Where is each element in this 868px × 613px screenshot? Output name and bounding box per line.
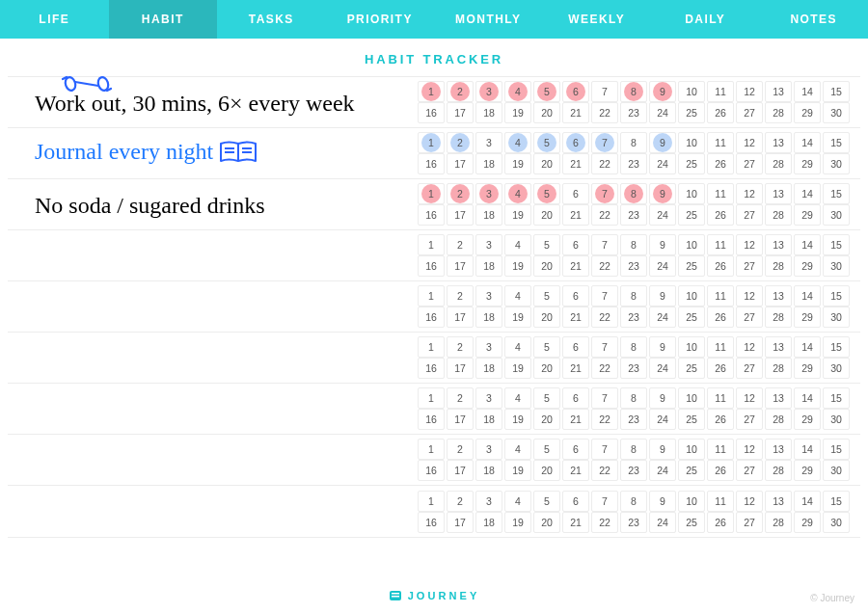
day-cell[interactable]: 6 [562, 132, 589, 153]
day-cell[interactable]: 14 [794, 336, 821, 358]
day-cell[interactable]: 8 [620, 183, 647, 204]
habit-label-cell[interactable] [8, 230, 418, 280]
tab-habit[interactable]: HABIT [109, 0, 218, 39]
day-cell[interactable]: 6 [562, 491, 589, 512]
day-cell[interactable]: 29 [794, 204, 821, 226]
day-cell[interactable]: 10 [678, 336, 705, 358]
day-cell[interactable]: 13 [765, 387, 792, 409]
day-cell[interactable]: 23 [620, 409, 647, 430]
day-cell[interactable]: 16 [418, 460, 445, 481]
day-cell[interactable]: 18 [475, 153, 502, 174]
day-cell[interactable]: 8 [620, 81, 647, 102]
day-cell[interactable]: 19 [504, 102, 531, 123]
day-cell[interactable]: 16 [418, 409, 445, 430]
tab-priority[interactable]: PRIORITY [326, 0, 435, 39]
day-cell[interactable]: 20 [533, 255, 560, 277]
day-cell[interactable]: 26 [707, 460, 734, 481]
day-cell[interactable]: 3 [475, 439, 502, 460]
day-cell[interactable]: 11 [707, 387, 734, 409]
day-cell[interactable]: 24 [649, 306, 676, 328]
day-cell[interactable]: 11 [707, 285, 734, 306]
day-cell[interactable]: 2 [447, 132, 474, 153]
day-cell[interactable]: 18 [475, 512, 502, 533]
day-cell[interactable]: 13 [765, 491, 792, 512]
day-cell[interactable]: 10 [678, 285, 705, 306]
tab-notes[interactable]: NOTES [760, 0, 869, 39]
day-cell[interactable]: 4 [504, 491, 531, 512]
day-cell[interactable]: 21 [562, 255, 589, 277]
tab-tasks[interactable]: TASKS [217, 0, 326, 39]
day-cell[interactable]: 9 [649, 132, 676, 153]
day-cell[interactable]: 12 [736, 439, 763, 460]
day-cell[interactable]: 17 [447, 153, 474, 174]
day-cell[interactable]: 30 [823, 255, 850, 277]
day-cell[interactable]: 27 [736, 306, 763, 328]
day-cell[interactable]: 22 [591, 306, 618, 328]
habit-label-cell[interactable] [8, 384, 418, 434]
day-cell[interactable]: 6 [562, 81, 589, 102]
day-cell[interactable]: 25 [678, 204, 705, 226]
day-cell[interactable]: 28 [765, 358, 792, 379]
day-cell[interactable]: 13 [765, 336, 792, 358]
day-cell[interactable]: 14 [794, 491, 821, 512]
day-cell[interactable]: 26 [707, 409, 734, 430]
day-cell[interactable]: 27 [736, 153, 763, 174]
day-cell[interactable]: 2 [447, 81, 474, 102]
day-cell[interactable]: 17 [447, 409, 474, 430]
day-cell[interactable]: 12 [736, 387, 763, 409]
day-cell[interactable]: 19 [504, 512, 531, 533]
day-cell[interactable]: 20 [533, 358, 560, 379]
tab-weekly[interactable]: WEEKLY [543, 0, 652, 39]
day-cell[interactable]: 13 [765, 183, 792, 204]
day-cell[interactable]: 28 [765, 153, 792, 174]
day-cell[interactable]: 15 [823, 81, 850, 102]
day-cell[interactable]: 18 [475, 306, 502, 328]
day-cell[interactable]: 11 [707, 132, 734, 153]
day-cell[interactable]: 27 [736, 358, 763, 379]
day-cell[interactable]: 1 [418, 132, 445, 153]
day-cell[interactable]: 7 [591, 81, 618, 102]
day-cell[interactable]: 27 [736, 255, 763, 277]
day-cell[interactable]: 4 [504, 183, 531, 204]
day-cell[interactable]: 5 [533, 491, 560, 512]
day-cell[interactable]: 29 [794, 306, 821, 328]
day-cell[interactable]: 16 [418, 255, 445, 277]
day-cell[interactable]: 29 [794, 358, 821, 379]
day-cell[interactable]: 17 [447, 460, 474, 481]
day-cell[interactable]: 29 [794, 102, 821, 123]
day-cell[interactable]: 23 [620, 358, 647, 379]
day-cell[interactable]: 21 [562, 204, 589, 226]
day-cell[interactable]: 1 [418, 439, 445, 460]
day-cell[interactable]: 16 [418, 204, 445, 226]
day-cell[interactable]: 3 [475, 387, 502, 409]
day-cell[interactable]: 26 [707, 255, 734, 277]
day-cell[interactable]: 24 [649, 358, 676, 379]
day-cell[interactable]: 30 [823, 102, 850, 123]
habit-label-cell[interactable]: Journal every night [8, 128, 418, 178]
day-cell[interactable]: 18 [475, 409, 502, 430]
day-cell[interactable]: 1 [418, 491, 445, 512]
day-cell[interactable]: 30 [823, 153, 850, 174]
day-cell[interactable]: 5 [533, 81, 560, 102]
day-cell[interactable]: 21 [562, 358, 589, 379]
day-cell[interactable]: 29 [794, 153, 821, 174]
day-cell[interactable]: 17 [447, 358, 474, 379]
day-cell[interactable]: 2 [447, 491, 474, 512]
day-cell[interactable]: 4 [504, 285, 531, 306]
day-cell[interactable]: 30 [823, 306, 850, 328]
day-cell[interactable]: 14 [794, 387, 821, 409]
day-cell[interactable]: 22 [591, 153, 618, 174]
day-cell[interactable]: 13 [765, 439, 792, 460]
day-cell[interactable]: 10 [678, 387, 705, 409]
day-cell[interactable]: 13 [765, 234, 792, 255]
day-cell[interactable]: 28 [765, 512, 792, 533]
day-cell[interactable]: 18 [475, 102, 502, 123]
day-cell[interactable]: 22 [591, 512, 618, 533]
day-cell[interactable]: 22 [591, 358, 618, 379]
day-cell[interactable]: 18 [475, 204, 502, 226]
day-cell[interactable]: 6 [562, 234, 589, 255]
day-cell[interactable]: 20 [533, 512, 560, 533]
day-cell[interactable]: 1 [418, 336, 445, 358]
day-cell[interactable]: 9 [649, 285, 676, 306]
day-cell[interactable]: 15 [823, 234, 850, 255]
